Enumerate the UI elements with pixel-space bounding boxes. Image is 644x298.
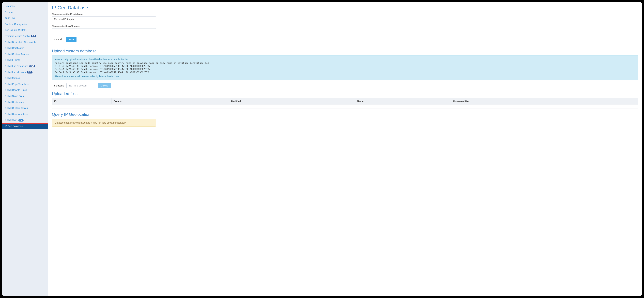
sidebar-item-global-user-variables[interactable]: Global User Variables — [2, 112, 48, 117]
sidebar-item-label: Releases — [5, 4, 14, 8]
sidebar-item-global-rewrite-rules[interactable]: Global Rewrite Rules — [2, 87, 48, 93]
sidebar-item-captcha-configuration[interactable]: Captcha Configuration — [2, 22, 48, 27]
form-actions: Cancel Save — [52, 37, 638, 42]
upload-button[interactable]: Upload — [98, 83, 111, 88]
sidebar-item-label: Global Lua Modules — [5, 70, 26, 74]
sidebar-item-audit-log[interactable]: Audit Log — [2, 15, 48, 21]
sidebar-item-label: Global Page Templates — [5, 82, 29, 86]
upload-info-alert: You can only upload .csv format file wit… — [52, 56, 638, 80]
upload-heading: Upload custom database — [52, 49, 638, 54]
sidebar-item-general[interactable]: General — [2, 10, 48, 15]
badge-ent: ENT — [29, 65, 35, 68]
file-status-text: No file is chosen. — [69, 84, 87, 87]
sidebar-item-cert-issuers-acme-[interactable]: Cert Issuers (ACME) — [2, 27, 48, 33]
sidebar-item-label: Global Custom Tables — [5, 106, 28, 110]
badge-ent: ENT — [31, 35, 36, 38]
sidebar-item-global-waf[interactable]: Global WAFPro — [2, 117, 48, 123]
sidebar-item-label: Audit Log — [5, 16, 15, 20]
sidebar-item-label: Cert Issuers (ACME) — [5, 28, 26, 32]
query-heading: Query IP Geolocation — [52, 112, 638, 117]
sidebar-item-global-metrics[interactable]: Global Metrics — [2, 75, 48, 81]
sidebar-item-global-lua-modules[interactable]: Global Lua ModulesENT — [2, 70, 48, 75]
sidebar-item-releases[interactable]: Releases — [2, 3, 48, 9]
sidebar-item-label: Global Basic Auth Credentials — [5, 40, 36, 44]
sidebar-item-global-lua-extensions[interactable]: Global Lua ExtensionsENT — [2, 64, 48, 69]
divider — [52, 108, 638, 109]
sidebar-item-global-ip-lists[interactable]: Global IP Lists — [2, 57, 48, 63]
sidebar-item-label: Global Custom Actions — [5, 52, 29, 56]
upload-info-code: network,continent_iso_code,country_iso_c… — [55, 62, 636, 74]
sidebar-item-label: Global Lua Extensions — [5, 64, 28, 68]
sidebar-item-global-upstreams[interactable]: Global Upstreams — [2, 100, 48, 105]
table-header-row: IDCreatedModifiedNameDownload file — [52, 98, 638, 104]
sidebar-item-global-custom-actions[interactable]: Global Custom Actions — [2, 52, 48, 57]
sidebar-item-dynamic-metrics-config[interactable]: Dynamic Metrics ConfigENT — [2, 33, 48, 39]
sidebar-item-global-custom-tables[interactable]: Global Custom Tables — [2, 105, 48, 111]
token-input[interactable] — [52, 28, 156, 34]
sidebar-item-global-static-files[interactable]: Global Static Files — [2, 94, 48, 99]
select-file-button[interactable]: Select file — [52, 83, 66, 88]
uploaded-files-table: IDCreatedModifiedNameDownload file — [52, 98, 638, 104]
sidebar-item-label: Global User Variables — [5, 112, 28, 116]
upload-info-text1: You can only upload .csv format file wit… — [55, 58, 636, 61]
cancel-button[interactable]: Cancel — [52, 37, 64, 42]
db-select[interactable]: MaxMind Enterprise — [52, 16, 156, 22]
upload-info-text2: File with same name will be overridden b… — [55, 75, 636, 78]
sidebar: ReleasesGeneralAudit LogCaptcha Configur… — [2, 2, 48, 296]
sidebar-item-label: IP Geo Database — [5, 124, 23, 128]
app-window: ReleasesGeneralAudit LogCaptcha Configur… — [2, 2, 642, 296]
uploaded-files-heading: Uploaded files — [52, 91, 638, 96]
sidebar-item-label: Global IP Lists — [5, 58, 20, 62]
badge-ent: ENT — [27, 71, 32, 74]
page-title: IP Geo Database — [52, 5, 638, 10]
sidebar-item-label: Dynamic Metrics Config — [5, 34, 30, 38]
sidebar-item-label: General — [5, 10, 13, 14]
sidebar-item-label: Global Metrics — [5, 76, 20, 80]
file-upload-row: Select file No file is chosen. Upload — [52, 83, 638, 88]
token-group: Please enter the API token: — [52, 25, 638, 34]
sidebar-item-ip-geo-database[interactable]: IP Geo Database — [2, 124, 48, 129]
sidebar-item-label: Global WAF — [5, 118, 17, 122]
sidebar-item-label: Global Rewrite Rules — [5, 88, 27, 92]
token-label: Please enter the API token: — [52, 25, 638, 27]
table-header-id: ID — [52, 98, 112, 104]
table-header-actions — [628, 98, 638, 104]
sidebar-item-global-page-templates[interactable]: Global Page Templates — [2, 82, 48, 87]
sidebar-item-label: Captcha Configuration — [5, 22, 28, 26]
table-header-download-file: Download file — [451, 98, 628, 104]
sidebar-item-label: Global Certificates — [5, 46, 24, 50]
main-content: IP Geo Database Please select the IP dat… — [48, 2, 642, 296]
sidebar-item-label: Global Upstreams — [5, 101, 24, 104]
query-warning-alert: Databse updates are delayed and it may n… — [52, 119, 156, 126]
table-header-modified: Modified — [229, 98, 355, 104]
sidebar-item-global-certificates[interactable]: Global Certificates — [2, 45, 48, 51]
db-select-group: Please select the IP database: MaxMind E… — [52, 13, 638, 22]
db-select-label: Please select the IP database: — [52, 13, 638, 15]
table-header-created: Created — [112, 98, 229, 104]
sidebar-item-label: Global Static Files — [5, 94, 24, 98]
table-header-name: Name — [355, 98, 451, 104]
save-button[interactable]: Save — [66, 37, 76, 42]
badge-pro: Pro — [18, 119, 24, 122]
sidebar-item-global-basic-auth-credentials[interactable]: Global Basic Auth Credentials — [2, 40, 48, 45]
